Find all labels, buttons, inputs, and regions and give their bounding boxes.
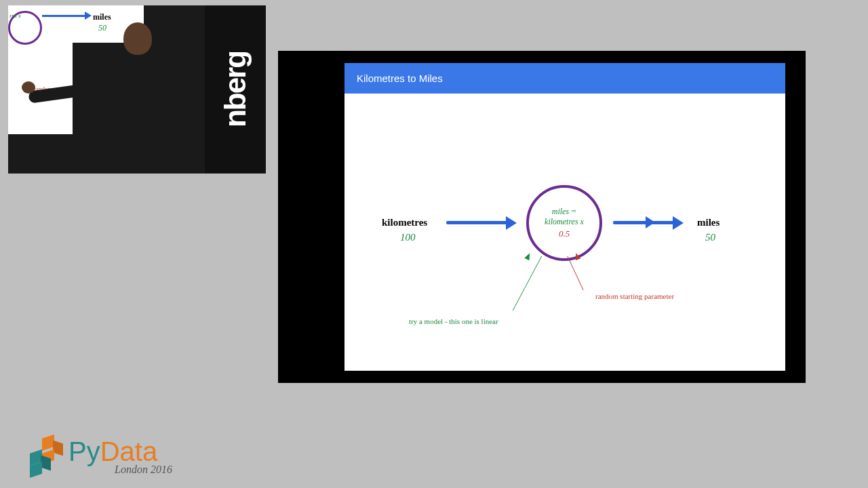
arrow-right-icon (613, 221, 675, 224)
model-line1: miles = (552, 207, 576, 217)
logo-subtitle: London 2016 (115, 464, 172, 476)
cam-arrow-icon (42, 15, 86, 17)
main-slide: Kilometres to Miles kilometres 100 miles… (344, 63, 785, 371)
green-annotation: try a model - this one is linear (409, 317, 498, 325)
model-line2: kilometres x (545, 217, 584, 227)
sponsor-panel: nberg (205, 5, 266, 174)
logo-data: Data (100, 436, 158, 466)
cam-resx-text: res x (9, 12, 21, 19)
speaker-camera: res x miles 50 random starting parameter… (8, 5, 266, 174)
logo-mark-icon (27, 436, 64, 476)
logo-text: PyData (68, 438, 172, 465)
main-slide-frame: Kilometres to Miles kilometres 100 miles… (278, 51, 806, 383)
logo-py: Py (68, 436, 100, 466)
speaker-body (73, 43, 171, 174)
red-annotation: random starting parameter (595, 292, 674, 300)
input-label: kilometres (382, 217, 427, 228)
input-value: 100 (400, 232, 416, 243)
green-annotation-line (462, 256, 542, 310)
slide-title: Kilometres to Miles (344, 63, 785, 94)
slide-body: kilometres 100 miles = kilometres x 0.5 … (344, 94, 785, 370)
output-value: 50 (705, 232, 715, 243)
model-param: 0.5 (559, 228, 570, 239)
speaker-hand (22, 81, 35, 94)
cam-miles-value: 50 (98, 23, 106, 33)
model-circle: miles = kilometres x 0.5 (526, 185, 602, 261)
conference-logo: PyData London 2016 (27, 436, 172, 476)
red-annotation-line (567, 256, 616, 290)
output-label: miles (697, 217, 719, 228)
arrow-left-icon (446, 221, 509, 224)
cam-miles-label: miles (93, 12, 111, 22)
speaker-head (123, 22, 152, 55)
sponsor-text: nberg (218, 52, 252, 127)
